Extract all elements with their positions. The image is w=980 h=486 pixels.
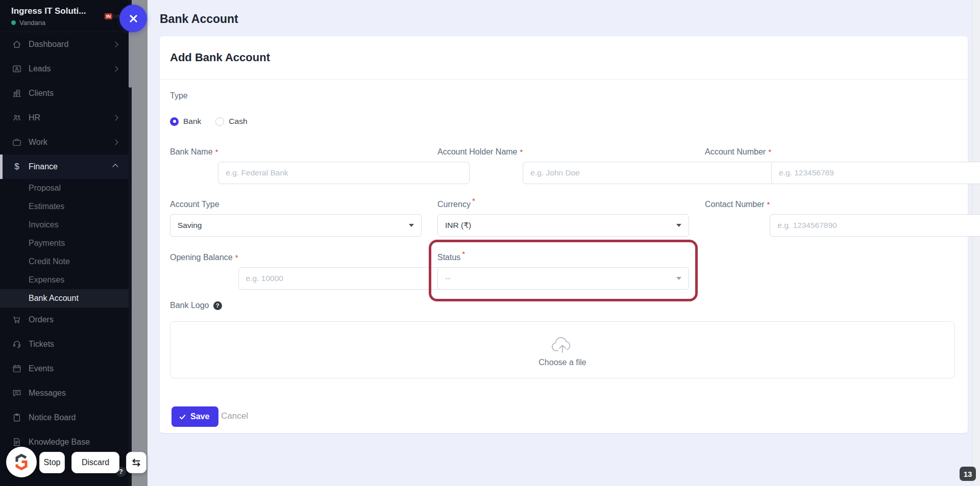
contact-number-label: Contact Number* (705, 200, 770, 209)
account-type-field: Account Type Saving (170, 200, 422, 209)
bank-logo-label: Bank Logo ? (170, 301, 222, 310)
status-select[interactable]: -- (437, 267, 689, 290)
chevron-right-icon (112, 41, 118, 47)
status-label: Status* (437, 253, 465, 262)
company-name[interactable]: Ingress IT Soluti... (11, 6, 86, 16)
home-icon (11, 39, 22, 50)
document-icon (11, 437, 22, 448)
sidebar-gutter (132, 0, 148, 486)
account-holder-field: Account Holder Name* (437, 147, 689, 157)
account-type-label: Account Type (170, 200, 219, 209)
sidebar-item-clients[interactable]: Clients (0, 81, 129, 106)
card-title: Add Bank Account (170, 51, 270, 64)
add-bank-account-card: Add Bank Account Type Bank Cash Bank Nam… (160, 36, 968, 433)
page-scrollbar[interactable] (972, 0, 980, 486)
contact-number-field: Contact Number* (705, 200, 957, 209)
chevron-right-icon (112, 115, 118, 120)
stop-button[interactable]: Stop (39, 452, 65, 473)
radio-unselected-icon[interactable] (215, 117, 224, 126)
headset-icon (11, 339, 22, 350)
account-type-select[interactable]: Saving (170, 214, 422, 237)
currency-field: Currency* INR (₹) (437, 200, 689, 209)
account-number-input[interactable] (771, 162, 980, 184)
radio-bank[interactable]: Bank (170, 117, 201, 126)
cart-icon (11, 314, 22, 325)
account-number-field: Account Number* (705, 147, 957, 157)
chevron-right-icon (112, 66, 118, 71)
divider (160, 79, 968, 80)
calendar-icon (11, 363, 22, 374)
currency-label: Currency* (437, 200, 475, 209)
account-holder-input[interactable] (523, 162, 774, 184)
chevron-down-icon (676, 277, 681, 280)
help-icon[interactable]: ? (213, 301, 222, 310)
opening-balance-field: Opening Balance* (170, 253, 422, 262)
sidebar-item-notice-board[interactable]: Notice Board (0, 405, 129, 430)
sidebar-subitem-payments[interactable]: Payments (0, 234, 129, 252)
type-label: Type (170, 91, 188, 100)
sidebar-scrollbar-thumb[interactable] (129, 32, 132, 88)
discard-button[interactable]: Discard (71, 452, 119, 473)
chat-icon (11, 388, 22, 399)
work-icon (11, 137, 22, 148)
sidebar-item-hr[interactable]: HR (0, 106, 129, 130)
sidebar-item-messages[interactable]: Messages (0, 381, 129, 405)
sidebar-subitem-bank-account[interactable]: Bank Account (0, 289, 129, 308)
main-content: Bank Account Add Bank Account Type Bank … (148, 0, 980, 486)
chevron-up-icon (112, 164, 118, 169)
opening-balance-label: Opening Balance* (170, 253, 238, 262)
type-radio-group: Bank Cash (170, 117, 248, 126)
tab-count-badge[interactable]: 13 (960, 467, 976, 481)
bank-name-field: Bank Name* (170, 147, 422, 157)
recorder-logo[interactable] (6, 447, 37, 477)
cancel-button[interactable]: Cancel (221, 411, 248, 421)
page-title: Bank Account (160, 12, 238, 26)
swap-arrows-icon (131, 457, 142, 468)
cloud-upload-icon (549, 332, 576, 355)
account-number-label: Account Number* (705, 147, 771, 156)
sidebar-header: Ingress IT Soluti... Vandana IN GRESS (0, 0, 129, 32)
save-button[interactable]: Save (172, 406, 218, 427)
status-field: Status* -- (437, 253, 689, 262)
sidebar-item-dashboard[interactable]: Dashboard (0, 32, 129, 57)
clients-icon (11, 88, 22, 99)
radio-cash[interactable]: Cash (215, 117, 247, 126)
user-name: Vandana (19, 19, 45, 27)
sidebar-item-orders[interactable]: Orders (0, 308, 129, 332)
sidebar-item-work[interactable]: Work (0, 130, 129, 155)
account-holder-label: Account Holder Name* (437, 147, 523, 156)
radio-selected-icon[interactable] (170, 117, 179, 126)
contact-number-input[interactable] (770, 214, 980, 237)
sidebar-subitem-credit-note[interactable]: Credit Note (0, 252, 129, 271)
chevron-down-icon (409, 224, 414, 227)
sidebar-item-events[interactable]: Events (0, 356, 129, 381)
sidebar-subitem-invoices[interactable]: Invoices (0, 216, 129, 234)
sidebar-subitem-expenses[interactable]: Expenses (0, 271, 129, 289)
sidebar-item-tickets[interactable]: Tickets (0, 332, 129, 356)
choose-file-text[interactable]: Choose a file (538, 358, 586, 367)
online-status-dot (11, 20, 16, 25)
finance-icon: $ (11, 161, 22, 172)
sidebar-subitem-proposal[interactable]: Proposal (0, 179, 129, 197)
bank-logo-dropzone[interactable]: Choose a file (170, 321, 955, 378)
sidebar-item-leads[interactable]: Leads (0, 57, 129, 81)
sidebar-item-finance[interactable]: $ Finance (0, 155, 129, 179)
close-icon (130, 15, 137, 22)
currency-select[interactable]: INR (₹) (437, 214, 689, 237)
chevron-right-icon (112, 139, 118, 145)
close-sidebar-button[interactable] (119, 5, 147, 32)
clipboard-icon (11, 412, 22, 423)
bank-name-label: Bank Name* (170, 147, 218, 156)
bank-name-input[interactable] (218, 162, 470, 184)
chevron-down-icon (676, 224, 681, 227)
swap-button[interactable] (126, 452, 146, 473)
check-icon (179, 413, 186, 421)
sidebar: Ingress IT Soluti... Vandana IN GRESS Da… (0, 0, 129, 486)
sidebar-subitem-estimates[interactable]: Estimates (0, 197, 129, 216)
hr-icon (11, 112, 22, 123)
leads-icon (11, 63, 22, 74)
